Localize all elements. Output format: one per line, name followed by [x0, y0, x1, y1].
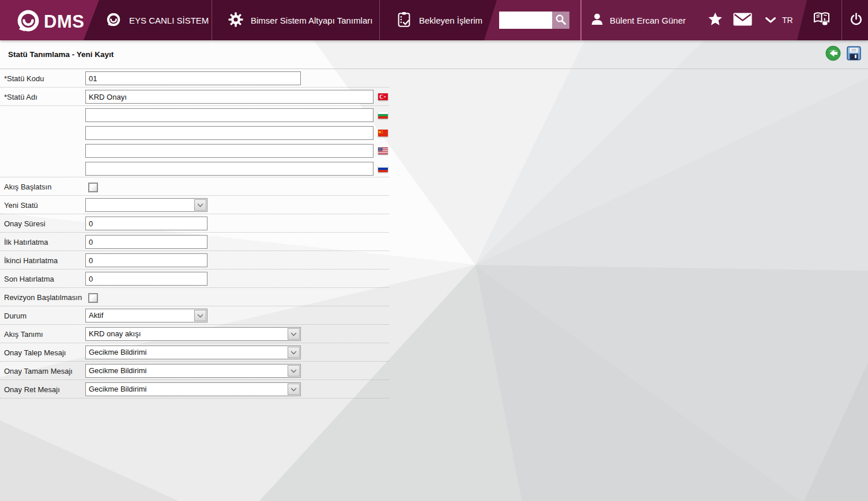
select-value: Aktif	[86, 309, 207, 322]
field-label: Durum	[0, 306, 85, 320]
nav-label: Bekleyen İşlerim	[419, 16, 482, 25]
back-button[interactable]	[825, 45, 841, 61]
field-label: İlk Hatırlatma	[0, 233, 85, 246]
select-value: Gecikme Bildirimi	[86, 365, 300, 377]
field-label: Onay Tamam Mesajı	[0, 362, 85, 375]
select-value: KRD onay akışı	[86, 328, 300, 340]
ilk-hatirlatma-input[interactable]	[85, 235, 207, 249]
flag-usa-icon	[378, 147, 388, 154]
chevron-down-icon	[288, 328, 300, 340]
chevron-down-icon	[194, 199, 206, 211]
qdms-ring-icon	[105, 12, 122, 29]
akis-baslatsin-checkbox[interactable]	[88, 183, 98, 192]
chevron-down-icon	[288, 384, 300, 395]
user-menu[interactable]: Bülent Ercan Güner	[591, 0, 686, 40]
onay-talep-mesaji-select[interactable]: Gecikme Bildirimi	[85, 346, 301, 359]
select-value: Gecikme Bildirimi	[86, 383, 300, 396]
qdms-app: DMS EYS CANLI SİSTEM	[0, 0, 868, 501]
page-header: Statü Tanımlama - Yeni Kayıt	[0, 40, 868, 69]
nav-item-bimser-altyapi[interactable]: Bimser Sistem Altyapı Tanımları	[228, 0, 372, 40]
statu-adi-bg-input[interactable]	[85, 108, 373, 122]
gear-icon	[228, 12, 243, 29]
user-name: Bülent Ercan Güner	[610, 16, 686, 25]
qdms-q-icon	[15, 7, 41, 36]
chevron-down-icon	[765, 15, 776, 25]
language-dropdown[interactable]: TR	[765, 0, 793, 40]
nav-divider	[841, 0, 842, 40]
favorites-button[interactable]	[708, 0, 723, 40]
row-revizyon-baslatilmasin: Revizyon Başlatılmasın	[0, 288, 389, 306]
nav-divider	[379, 0, 380, 40]
search-icon	[555, 14, 567, 27]
search-button[interactable]	[552, 12, 569, 29]
page-title: Statü Tanımlama - Yeni Kayıt	[8, 50, 114, 59]
qdms-logo[interactable]: DMS	[15, 7, 84, 36]
ikinci-hatirlatma-input[interactable]	[85, 253, 207, 267]
nav-item-eys-canli-sistem[interactable]: EYS CANLI SİSTEM	[105, 0, 209, 40]
row-yeni-statu: Yeni Statü	[0, 196, 389, 214]
book-hand-icon	[813, 11, 831, 29]
yeni-statu-select[interactable]	[85, 198, 207, 212]
field-label: İkinci Hatırlatma	[0, 251, 85, 265]
row-statu-kodu: *Statü Kodu	[0, 69, 389, 88]
select-value: Gecikme Bildirimi	[86, 346, 300, 359]
flag-turkey-icon	[378, 93, 388, 100]
durum-select[interactable]: Aktif	[85, 309, 207, 322]
field-label: Akış Tanımı	[0, 325, 85, 339]
statu-adi-en-input[interactable]	[85, 144, 373, 158]
messages-button[interactable]	[733, 0, 752, 40]
field-label: Onay Ret Mesajı	[0, 380, 85, 394]
star-icon	[708, 12, 723, 29]
son-hatirlatma-input[interactable]	[85, 272, 207, 286]
flag-russia-icon	[378, 165, 388, 172]
brand-text: DMS	[44, 12, 84, 32]
row-onay-suresi: Onay Süresi	[0, 214, 389, 233]
row-statu-adi-languages	[0, 106, 389, 177]
revizyon-baslatilmasin-checkbox[interactable]	[88, 293, 98, 303]
row-akis-baslatsin: Akış Başlatsın	[0, 177, 389, 196]
field-label: Onay Süresi	[0, 214, 85, 228]
chevron-down-icon	[288, 365, 300, 377]
statu-adi-ru-input[interactable]	[85, 162, 373, 176]
nav-label: EYS CANLI SİSTEM	[129, 16, 209, 25]
field-label: *Statü Adı	[0, 88, 85, 101]
statu-adi-cn-input[interactable]	[85, 126, 373, 140]
help-docs-button[interactable]	[813, 0, 831, 40]
nav-divider	[580, 0, 582, 40]
flag-bulgaria-icon	[378, 112, 388, 119]
row-onay-ret-mesaji: Onay Ret Mesajı Gecikme Bildirimi	[0, 380, 389, 398]
field-label: Onay Talep Mesajı	[0, 343, 85, 357]
nav-divider	[212, 0, 212, 40]
row-onay-tamam-mesaji: Onay Tamam Mesajı Gecikme Bildirimi	[0, 362, 389, 380]
user-icon	[591, 13, 603, 27]
statu-kodu-input[interactable]	[85, 71, 301, 85]
nav-item-bekleyen-islerim[interactable]: Bekleyen İşlerim	[397, 0, 482, 40]
statu-adi-tr-input[interactable]	[85, 90, 373, 104]
clipboard-check-icon	[397, 12, 412, 29]
language-code: TR	[782, 16, 793, 25]
akis-tanimi-select[interactable]: KRD onay akışı	[85, 327, 301, 341]
onay-tamam-mesaji-select[interactable]: Gecikme Bildirimi	[85, 364, 301, 378]
onay-suresi-input[interactable]	[85, 217, 207, 230]
power-icon	[848, 12, 864, 29]
onay-ret-mesaji-select[interactable]: Gecikme Bildirimi	[85, 382, 301, 396]
field-label: Revizyon Başlatılmasın	[0, 288, 85, 302]
nav-label: Bimser Sistem Altyapı Tanımları	[251, 16, 372, 25]
top-navigation-bar: DMS EYS CANLI SİSTEM	[0, 0, 868, 40]
chevron-down-icon	[288, 347, 300, 358]
save-button[interactable]	[846, 45, 862, 61]
row-ikinci-hatirlatma: İkinci Hatırlatma	[0, 251, 389, 270]
chevron-down-icon	[194, 310, 206, 321]
row-son-hatirlatma: Son Hatırlatma	[0, 270, 389, 288]
row-akis-tanimi: Akış Tanımı KRD onay akışı	[0, 325, 389, 343]
field-label: Yeni Statü	[0, 196, 85, 210]
search-input[interactable]	[499, 12, 552, 29]
logout-button[interactable]	[848, 0, 864, 40]
row-onay-talep-mesaji: Onay Talep Mesajı Gecikme Bildirimi	[0, 343, 389, 362]
row-statu-adi-tr: *Statü Adı	[0, 88, 389, 106]
field-label: Akış Başlatsın	[0, 177, 85, 191]
row-ilk-hatirlatma: İlk Hatırlatma	[0, 233, 389, 251]
mail-icon	[733, 13, 752, 28]
row-durum: Durum Aktif	[0, 306, 389, 325]
flag-china-icon	[378, 130, 388, 136]
